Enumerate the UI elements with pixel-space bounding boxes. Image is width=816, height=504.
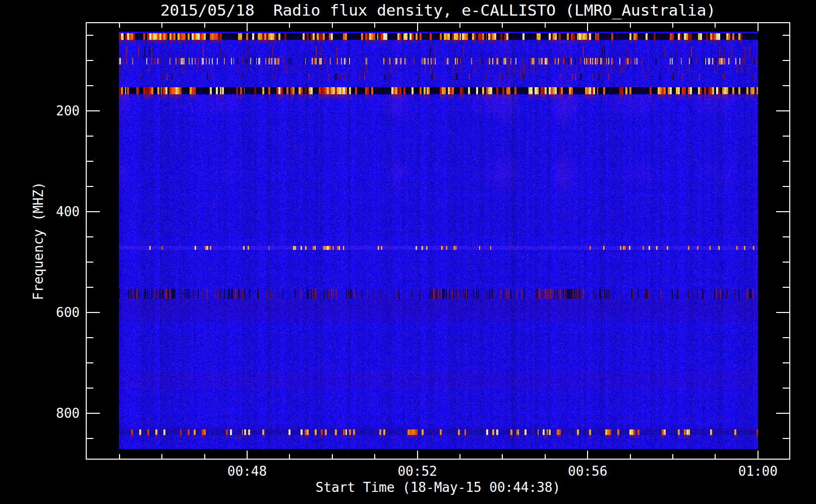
x-axis-minor-tick xyxy=(715,454,716,459)
y-axis-major-tick xyxy=(776,312,789,313)
x-axis-minor-tick xyxy=(332,23,333,28)
y-axis-minor-tick xyxy=(783,438,789,439)
y-axis-minor-tick xyxy=(87,136,93,137)
y-axis-minor-tick xyxy=(87,337,93,338)
y-axis-major-tick xyxy=(87,312,100,313)
y-tick-label: 600 xyxy=(0,305,80,320)
y-axis-major-tick xyxy=(776,413,789,414)
x-axis-minor-tick xyxy=(545,23,546,28)
y-axis-minor-tick xyxy=(783,85,789,86)
y-axis-label: Frequency (MHZ) xyxy=(31,182,46,300)
y-axis-minor-tick xyxy=(87,85,93,86)
y-axis-minor-tick xyxy=(87,287,93,288)
x-axis-minor-tick xyxy=(715,23,716,28)
x-tick-label: 00:52 xyxy=(375,464,460,479)
y-axis-minor-tick xyxy=(87,161,93,162)
y-axis-minor-tick xyxy=(87,35,93,36)
x-tick-label: 00:56 xyxy=(545,464,630,479)
x-axis-major-tick xyxy=(587,451,588,459)
x-axis-minor-tick xyxy=(204,454,205,459)
y-axis-major-tick xyxy=(87,211,100,212)
y-axis-major-tick xyxy=(87,413,100,414)
x-axis-major-tick xyxy=(417,23,418,31)
x-axis-label: Start Time (18-May-15 00:44:38) xyxy=(86,480,790,495)
x-axis-major-tick xyxy=(247,23,248,31)
y-axis-minor-tick xyxy=(783,287,789,288)
x-axis-minor-tick xyxy=(672,454,673,459)
x-axis-minor-tick xyxy=(204,23,205,28)
x-axis-minor-tick xyxy=(502,23,503,28)
x-axis-major-tick xyxy=(587,23,588,31)
y-axis-minor-tick xyxy=(783,60,789,61)
x-axis-minor-tick xyxy=(459,454,460,459)
y-axis-minor-tick xyxy=(783,362,789,363)
y-axis-minor-tick xyxy=(87,438,93,439)
y-axis-minor-tick xyxy=(783,136,789,137)
x-axis-minor-tick xyxy=(161,23,162,28)
y-axis-minor-tick xyxy=(87,186,93,187)
x-axis-minor-tick xyxy=(630,23,631,28)
x-axis-minor-tick xyxy=(332,454,333,459)
x-axis-minor-tick xyxy=(630,454,631,459)
x-axis-minor-tick xyxy=(374,23,375,28)
x-tick-label: 00:48 xyxy=(204,464,290,479)
y-axis-minor-tick xyxy=(783,236,789,237)
y-axis-minor-tick xyxy=(783,262,789,263)
y-tick-label: 200 xyxy=(0,103,80,118)
x-axis-minor-tick xyxy=(545,454,546,459)
chart-title: 2015/05/18 Radio flux density, e-CALLIST… xyxy=(86,1,790,19)
x-axis-minor-tick xyxy=(119,454,120,459)
x-axis-major-tick xyxy=(247,451,248,459)
y-axis-major-tick xyxy=(776,211,789,212)
x-axis-minor-tick xyxy=(161,454,162,459)
y-axis-minor-tick xyxy=(87,236,93,237)
y-axis-minor-tick xyxy=(783,337,789,338)
y-axis-minor-tick xyxy=(783,161,789,162)
x-tick-label: 01:00 xyxy=(715,464,801,479)
x-axis-minor-tick xyxy=(119,23,120,28)
y-axis-minor-tick xyxy=(783,35,789,36)
spectrogram-page: 2015/05/18 Radio flux density, e-CALLIST… xyxy=(0,0,816,504)
x-axis-minor-tick xyxy=(289,23,290,28)
spectrogram-canvas xyxy=(119,32,758,449)
x-axis-minor-tick xyxy=(289,454,290,459)
y-tick-label: 800 xyxy=(0,406,80,421)
y-axis-major-tick xyxy=(776,110,789,111)
y-axis-major-tick xyxy=(87,110,100,111)
x-axis-minor-tick xyxy=(374,454,375,459)
y-axis-minor-tick xyxy=(783,388,789,389)
y-axis-minor-tick xyxy=(783,186,789,187)
x-axis-major-tick xyxy=(417,451,418,459)
y-axis-minor-tick xyxy=(87,262,93,263)
x-axis-minor-tick xyxy=(459,23,460,28)
y-axis-minor-tick xyxy=(87,388,93,389)
x-axis-major-tick xyxy=(757,451,759,459)
y-axis-minor-tick xyxy=(87,362,93,363)
y-axis-minor-tick xyxy=(87,60,93,61)
x-axis-minor-tick xyxy=(502,454,503,459)
x-axis-major-tick xyxy=(757,23,759,31)
x-axis-minor-tick xyxy=(672,23,673,28)
